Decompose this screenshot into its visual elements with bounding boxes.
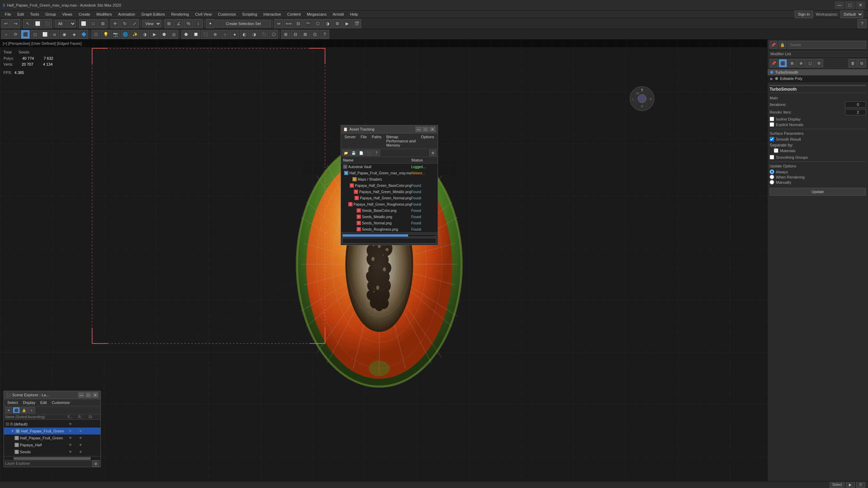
- tb2-btn1[interactable]: ○: [1, 30, 10, 39]
- menu-group[interactable]: Group: [42, 11, 59, 17]
- se-menu-display[interactable]: Display: [21, 400, 38, 405]
- se-restore-btn[interactable]: □: [85, 392, 91, 398]
- tb2-btn3[interactable]: ⬛: [21, 30, 30, 39]
- rotate-btn[interactable]: ↻: [120, 19, 129, 28]
- tb2-extra11[interactable]: ⊞: [281, 30, 290, 39]
- tb2-fx-btn[interactable]: ✨: [130, 30, 139, 39]
- mod-copy-btn[interactable]: ⧉: [858, 59, 866, 67]
- se-row-half-papaw-obj[interactable]: ▽ Half_Papaw_Fruit_Green 👁 ❄: [4, 435, 100, 441]
- tb2-extra8[interactable]: ◑: [250, 30, 259, 39]
- tb2-extra15[interactable]: ?: [320, 30, 329, 39]
- explicit-normals-input[interactable]: [770, 122, 774, 127]
- tb2-extra12[interactable]: ⊟: [291, 30, 300, 39]
- at-row-seeds-base[interactable]: T Seeds_BaseColor.png Found: [341, 207, 438, 214]
- modifier-editable-poly[interactable]: ▶ Editable Poly: [768, 75, 868, 82]
- menu-customize[interactable]: Customize: [215, 11, 239, 17]
- rp-pin-btn[interactable]: 📌: [770, 41, 777, 49]
- tb2-btn8[interactable]: ◈: [70, 30, 79, 39]
- at-row-seeds-rough[interactable]: T Seeds_Roughness.png Found: [341, 226, 438, 232]
- view-dropdown[interactable]: View: [142, 20, 161, 27]
- workspace-dropdown[interactable]: Default: [841, 10, 863, 18]
- at-tb-btn4[interactable]: ⬛: [365, 150, 372, 156]
- viewport[interactable]: [+] [Perspective] [User Defined] [Edged …: [0, 40, 767, 488]
- tb2-extra14[interactable]: ⊡: [310, 30, 319, 39]
- at-restore-btn[interactable]: □: [422, 126, 429, 132]
- mod-modify-btn[interactable]: ⬛: [779, 59, 787, 67]
- mod-trash-btn[interactable]: 🗑: [849, 59, 857, 67]
- menu-scripting[interactable]: Scripting: [240, 11, 260, 17]
- tb2-extra13[interactable]: ⊠: [301, 30, 310, 39]
- at-menu-file[interactable]: File: [358, 134, 369, 148]
- help-btn[interactable]: ?: [858, 19, 867, 28]
- maximize-btn[interactable]: □: [845, 1, 855, 9]
- at-row-folder-maps[interactable]: F Maps / Shaders: [341, 176, 438, 182]
- menu-arnold[interactable]: Arnold: [330, 11, 347, 17]
- status-anim-btn[interactable]: ▶: [846, 482, 855, 488]
- redo-btn[interactable]: ↪: [11, 19, 20, 28]
- update-btn[interactable]: Update: [770, 188, 866, 196]
- menu-file[interactable]: File: [2, 11, 14, 17]
- at-menu-server[interactable]: Server: [342, 134, 358, 148]
- at-row-file-main[interactable]: M Half_Papaw_Fruit_Green_max_vray.max Ne…: [341, 170, 438, 176]
- isoline-display-input[interactable]: [770, 117, 774, 121]
- se-add-btn[interactable]: +: [28, 407, 35, 413]
- tb2-env-btn[interactable]: 🌐: [121, 30, 130, 39]
- percent-snap-btn[interactable]: %: [184, 19, 193, 28]
- nav-gizmo[interactable]: T B L R Fr: [628, 85, 656, 113]
- schematic-view-btn[interactable]: ⬡: [313, 19, 322, 28]
- menu-animation[interactable]: Animation: [115, 11, 138, 17]
- menu-tools[interactable]: Tools: [27, 11, 42, 17]
- smoothing-groups-input[interactable]: [770, 155, 774, 159]
- at-row-seeds-norm[interactable]: T Seeds_Normal.png Found: [341, 220, 438, 226]
- smoothing-groups-checkbox[interactable]: Smoothing Groups: [770, 155, 866, 159]
- materials-input[interactable]: [774, 148, 778, 153]
- at-row-roughness[interactable]: T Papaya_Half_Green_Roughness.png Found: [341, 201, 438, 207]
- tb2-extra5[interactable]: ○: [220, 30, 229, 39]
- menu-views[interactable]: Views: [59, 11, 75, 17]
- edit-named-sel-btn[interactable]: ✦: [206, 19, 215, 28]
- snap-toggle-btn[interactable]: ⊞: [164, 19, 173, 28]
- close-btn[interactable]: ✕: [855, 1, 865, 9]
- at-close-btn[interactable]: ✕: [429, 126, 436, 132]
- at-menu-options[interactable]: Options: [419, 134, 436, 148]
- sign-in-btn[interactable]: Sign In: [795, 10, 813, 18]
- tb2-extra10[interactable]: ⬡: [269, 30, 278, 39]
- at-menu-bitmap[interactable]: Bitmap Performance and Memory: [384, 134, 418, 148]
- select-all-btn[interactable]: ⬜: [79, 19, 88, 28]
- se-close-btn[interactable]: ✕: [92, 392, 98, 398]
- menu-interactive[interactable]: Interactive: [261, 11, 284, 17]
- at-tb-btn1[interactable]: 📁: [342, 150, 349, 156]
- smooth-result-checkbox[interactable]: Smooth Result: [770, 137, 866, 141]
- smooth-result-input[interactable]: [770, 137, 774, 141]
- tb2-turbo-btn[interactable]: ⬡: [91, 30, 100, 39]
- tb2-cam-btn[interactable]: 📷: [111, 30, 120, 39]
- status-select-btn[interactable]: Select: [830, 482, 844, 488]
- menu-help[interactable]: Help: [347, 11, 361, 17]
- layer-mgr-btn[interactable]: ⊟: [294, 19, 303, 28]
- at-minimize-btn[interactable]: —: [415, 126, 422, 132]
- at-menu-paths[interactable]: Paths: [370, 134, 383, 148]
- tb2-extra6[interactable]: ●: [230, 30, 239, 39]
- at-tb-btn5[interactable]: ?: [373, 150, 380, 156]
- se-minimize-btn[interactable]: —: [78, 392, 84, 398]
- se-row-0-default[interactable]: ⬛ 0 (default) 👁: [4, 421, 100, 428]
- tb2-extra2[interactable]: 🔲: [191, 30, 200, 39]
- materials-checkbox[interactable]: Materials: [774, 148, 866, 153]
- explicit-normals-checkbox[interactable]: Explicit Normals: [770, 122, 866, 127]
- tb2-btn9[interactable]: 🔷: [79, 30, 88, 39]
- mod-utility-btn[interactable]: ⚙: [815, 59, 823, 67]
- select-region-btn[interactable]: ⬜: [33, 19, 42, 28]
- render-iters-spinbox[interactable]: [845, 109, 866, 115]
- curve-editor-btn[interactable]: 〜: [303, 19, 313, 28]
- tb2-wire-btn[interactable]: ⬟: [160, 30, 169, 39]
- tb2-extra9[interactable]: ⚫: [259, 30, 268, 39]
- mod-display-btn[interactable]: ◻: [806, 59, 814, 67]
- always-radio-input[interactable]: [770, 169, 774, 174]
- render-prod-btn[interactable]: 🎬: [352, 19, 361, 28]
- select-filter-btn[interactable]: ⬛: [43, 19, 52, 28]
- menu-modifiers[interactable]: Modifiers: [94, 11, 115, 17]
- status-time-btn[interactable]: ⏱: [856, 482, 865, 488]
- se-menu-select[interactable]: Select: [5, 400, 20, 405]
- se-row-half-papaw-group[interactable]: ▼ G Half_Papaw_Fruit_Green 👁 ❄: [4, 428, 100, 435]
- se-footer-btn[interactable]: ⚙: [92, 461, 99, 467]
